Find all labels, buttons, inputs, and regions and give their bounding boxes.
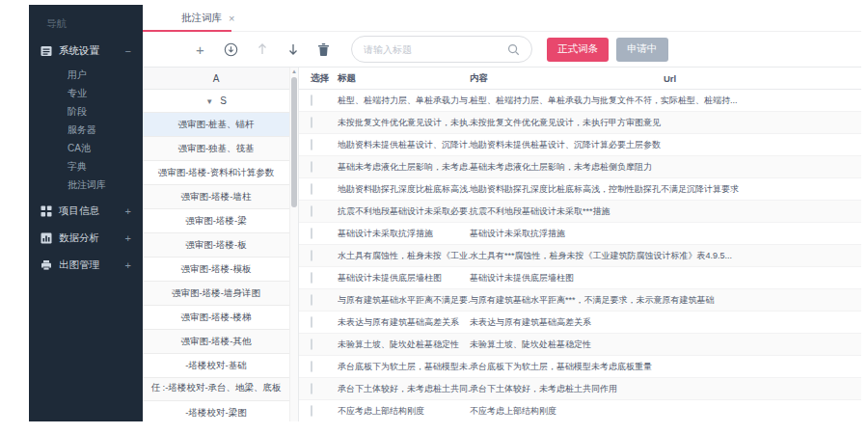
row-title-cell: 基础未考虑液化土层影响，未考虑... [338,161,470,174]
column-header-title: 标题 [338,72,470,85]
table-row[interactable]: 基础未考虑液化土层影响，未考虑... 基础未考虑液化土层影响，未考虑桩侧负摩阻力 [299,156,861,178]
sidebar-submenu-item[interactable]: 阶段 [29,102,143,121]
download-circle-icon[interactable] [224,42,238,57]
column-header-content: 内容 [470,72,664,85]
row-checkbox[interactable] [311,361,312,372]
scroll-up-icon[interactable]: ▲ [290,68,298,76]
row-checkbox[interactable] [311,383,312,394]
table-row[interactable]: 未表达与原有建筑基础高差关系 未表达与原有建筑基础高差关系 [299,312,861,334]
category-list-item[interactable]: 强审图-桩基、锚杆 [143,113,289,137]
row-content-cell: 未按批复文件优化意见设计，未执行甲方审图意见 [470,117,664,129]
category-list-item[interactable]: 任 :-塔楼校对-承台、地梁、底板 [143,378,289,401]
expand-icon[interactable]: + [125,232,131,244]
row-checkbox[interactable] [311,95,312,106]
row-content-cell: 承台下土体较好，未考虑桩土共同作用 [470,383,664,395]
menu-list-icon [41,45,52,57]
table-row[interactable]: 基础设计未采取抗浮措施 基础设计未采取抗浮措施 [299,223,861,245]
table-row[interactable]: 未验算土坡、陡坎处桩基稳定性 未验算土坡、陡坎处桩基稳定性 [299,334,861,356]
row-title-cell: 未按批复文件优化意见设计，未执... [338,117,470,129]
row-title-cell: 基础设计未提供底层墙柱图 [338,272,470,285]
category-list-item[interactable]: 强审图-独基、筏基 [143,137,289,161]
table-row[interactable]: 地勘资料未提供桩基设计、沉降计... 地勘资料未提供桩基设计、沉降计算必要土层参… [299,134,861,156]
category-scrollbar[interactable]: ▲ [289,68,298,421]
arrow-down-icon[interactable] [285,42,300,57]
pending-application-button[interactable]: 申请中 [616,38,668,62]
row-content-cell: 水土具有***腐蚀性，桩身未按《工业建筑防腐蚀设计标准》表4.9.5... [470,250,664,262]
category-list-item[interactable]: -塔楼校对-梁图 [143,401,289,421]
table-row[interactable]: 承台底板下为软土层，基础模型未... 承台底板下为软土层，基础模型未考虑底板重量 [299,356,861,378]
table-row[interactable]: 未按批复文件优化意见设计，未执... 未按批复文件优化意见设计，未执行甲方审图意… [299,112,861,134]
sidebar-submenu-item[interactable]: CA池 [29,139,143,157]
official-terms-button[interactable]: 正式词条 [547,38,609,62]
row-title-cell: 未验算土坡、陡坎处桩基稳定性 [338,339,470,351]
sidebar-section-drawing-management[interactable]: 出图管理 + [29,252,143,279]
row-checkbox[interactable] [311,117,312,128]
sidebar-section-label: 出图管理 [59,258,99,272]
row-checkbox[interactable] [311,228,312,239]
expand-icon[interactable]: + [125,205,131,217]
collapse-icon[interactable]: − [125,45,131,57]
row-content-cell: 基础设计未采取抗浮措施 [470,228,664,240]
sidebar-collapsed-sections: 项目信息 + 数据分析 + 出图管理 + [29,198,143,279]
add-icon[interactable]: + [193,42,207,57]
column-header-url: Url [664,73,861,84]
tab-label: 批注词库 [181,12,222,25]
expand-icon[interactable]: + [125,259,131,271]
category-list-item[interactable]: -塔楼校对-基础 [143,354,289,378]
row-title-cell: 水土具有腐蚀性，桩身未按《工业... [338,250,470,262]
row-content-cell: 与原有建筑基础水平距离***，不满足要求，未示意原有建筑基础 [470,294,664,307]
row-title-cell: 未表达与原有建筑基础高差关系 [338,316,470,329]
table-row[interactable]: 桩型、桩端持力层、单桩承载力与... 桩型、桩端持力层、单桩承载力与批复文件不符… [299,90,861,112]
sidebar-submenu-item[interactable]: 用户 [29,66,143,84]
row-title-cell: 不应考虑上部结构刚度 [338,405,470,418]
sidebar-submenu-item[interactable]: 批注词库 [29,176,143,194]
category-list-item[interactable]: 强审图-塔楼-资料和计算参数 [143,161,289,185]
content-area: A ▼S 强审图-桩基、锚杆强审图-独基、筏基强审图-塔楼-资料和计算参数强审图… [143,67,861,421]
tab-annotation-lexicon[interactable]: 批注词库 × [181,12,234,25]
arrow-up-icon[interactable] [255,42,269,57]
sidebar-section-system-settings[interactable]: 系统设置 − [29,40,143,63]
row-checkbox[interactable] [311,183,312,195]
tab-close-icon[interactable]: × [229,13,234,24]
sidebar-submenu-item[interactable]: 专业 [29,84,143,102]
category-list-item[interactable]: 强审图-塔楼-模板 [143,258,289,282]
row-title-cell: 地勘资料勘探孔深度比桩底标高浅... [338,183,470,196]
table-row[interactable]: 基础设计未提供底层墙柱图 基础设计未提供底层墙柱图 [299,267,861,289]
row-content-cell: 不应考虑上部结构刚度 [470,405,664,418]
table-row[interactable]: 地勘资料勘探孔深度比桩底标高浅... 地勘资料勘探孔深度比桩底标高浅，控制性勘探… [299,178,861,201]
row-checkbox[interactable] [311,316,312,328]
category-list-item[interactable]: 强审图-塔楼-墙身详图 [143,282,289,306]
category-group-label: S [220,95,227,106]
row-checkbox[interactable] [311,139,312,150]
category-list-item[interactable]: 强审图-塔楼-板 [143,233,289,258]
table-row[interactable]: 与原有建筑基础水平距离不满足要... 与原有建筑基础水平距离***，不满足要求，… [299,289,861,312]
sidebar-submenu-item[interactable]: 字典 [29,157,143,176]
sidebar-submenu-item[interactable]: 服务器 [29,121,143,139]
category-list-item[interactable]: 强审图-塔楼-梁 [143,209,289,233]
scrollbar-thumb[interactable] [291,77,297,207]
row-checkbox[interactable] [311,272,312,284]
row-checkbox[interactable] [311,339,312,350]
row-checkbox[interactable] [311,405,312,417]
category-group-header-a[interactable]: A [143,68,289,90]
row-checkbox[interactable] [311,161,312,173]
row-checkbox[interactable] [311,294,312,306]
sidebar-section-project-info[interactable]: 项目信息 + [29,198,143,225]
sidebar-section-data-analysis[interactable]: 数据分析 + [29,225,143,252]
nav-search-input[interactable]: 导航 [46,17,143,31]
category-list-item[interactable]: 强审图-塔楼-其他 [143,330,289,354]
category-list-item[interactable]: 强审图-塔楼-墙柱 [143,185,289,209]
table-row[interactable]: 水土具有腐蚀性，桩身未按《工业... 水土具有***腐蚀性，桩身未按《工业建筑防… [299,245,861,267]
search-input[interactable] [364,44,507,55]
row-checkbox[interactable] [311,205,312,217]
grid-icon [41,205,52,217]
row-checkbox[interactable] [311,250,312,261]
table-row[interactable]: 承台下土体较好，未考虑桩土共同... 承台下土体较好，未考虑桩土共同作用 [299,378,861,400]
trash-icon[interactable] [316,42,331,57]
search-icon[interactable] [507,43,520,56]
search-box[interactable] [351,36,532,63]
category-group-s[interactable]: ▼S [143,90,289,113]
table-row[interactable]: 不应考虑上部结构刚度 不应考虑上部结构刚度 [299,400,861,421]
table-row[interactable]: 抗震不利地段基础设计未采取必要... 抗震不利地段基础设计未采取***措施 [299,201,861,223]
category-list-item[interactable]: 强审图-塔楼-楼梯 [143,306,289,330]
